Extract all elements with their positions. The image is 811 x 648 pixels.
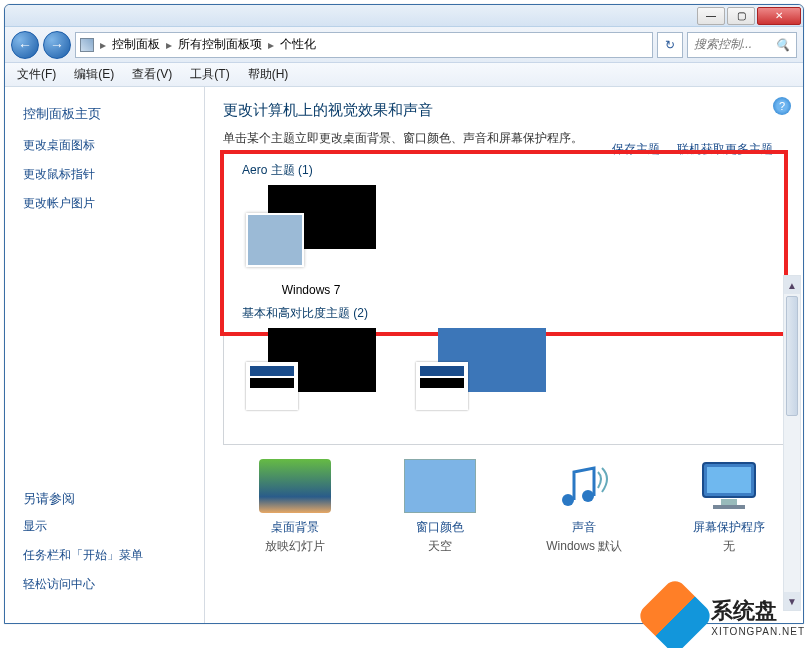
svg-point-1 [582,490,594,502]
control-panel-icon [80,38,94,52]
svg-rect-3 [707,467,751,493]
search-placeholder: 搜索控制... [694,36,752,53]
color-title: 窗口颜色 [392,519,489,536]
sound-title: 声音 [536,519,633,536]
screensaver-sub: 无 [723,539,735,553]
watermark-text: 系统盘 XITONGPAN.NET [711,596,805,637]
breadcrumb-sep: ▸ [166,38,172,52]
svg-point-0 [562,494,574,506]
minimize-button[interactable]: — [697,7,725,25]
color-sub: 天空 [428,539,452,553]
see-also-ease[interactable]: 轻松访问中心 [23,576,186,593]
window-preview [246,362,298,410]
sidebar-home[interactable]: 控制面板主页 [23,105,186,123]
menu-view[interactable]: 查看(V) [132,66,172,83]
theme-thumb [416,328,546,420]
sidebar-item-mouse-pointer[interactable]: 更改鼠标指针 [23,166,186,183]
refresh-button[interactable]: ↻ [657,32,683,58]
menu-bar: 文件(F) 编辑(E) 查看(V) 工具(T) 帮助(H) [5,63,803,87]
sidebar: 控制面板主页 更改桌面图标 更改鼠标指针 更改帐户图片 另请参阅 显示 任务栏和… [5,87,205,623]
maximize-button[interactable]: ▢ [727,7,755,25]
screensaver-link[interactable]: 屏幕保护程序 无 [681,459,778,555]
see-also-title: 另请参阅 [23,490,186,508]
themes-box: Aero 主题 (1) Windows 7 基本和高对比度主题 (2) [223,153,785,445]
wallpaper-title: 桌面背景 [247,519,344,536]
screensaver-title: 屏幕保护程序 [681,519,778,536]
desktop-background-link[interactable]: 桌面背景 放映幻灯片 [247,459,344,555]
body: 控制面板主页 更改桌面图标 更改鼠标指针 更改帐户图片 另请参阅 显示 任务栏和… [5,87,803,623]
menu-edit[interactable]: 编辑(E) [74,66,114,83]
watermark-url: XITONGPAN.NET [711,626,805,637]
forward-button[interactable]: → [43,31,71,59]
scroll-thumb[interactable] [786,296,798,416]
see-also-display[interactable]: 显示 [23,518,186,535]
theme-basic-1[interactable] [246,328,376,426]
bottom-settings: 桌面背景 放映幻灯片 窗口颜色 天空 声音 Windows 默认 [223,445,785,555]
menu-help[interactable]: 帮助(H) [248,66,289,83]
basic-theme-row [232,328,776,426]
sound-link[interactable]: 声音 Windows 默认 [536,459,633,555]
close-button[interactable]: ✕ [757,7,801,25]
search-icon: 🔍 [775,38,790,52]
menu-file[interactable]: 文件(F) [17,66,56,83]
breadcrumb[interactable]: 所有控制面板项 [178,36,262,53]
theme-label: Windows 7 [282,283,341,297]
address-bar[interactable]: ▸ 控制面板 ▸ 所有控制面板项 ▸ 个性化 [75,32,653,58]
svg-rect-4 [721,499,737,505]
wallpaper-icon [259,459,331,513]
breadcrumb[interactable]: 控制面板 [112,36,160,53]
window-preview [416,362,468,410]
theme-basic-2[interactable] [416,328,546,426]
sound-sub: Windows 默认 [546,539,622,553]
search-input[interactable]: 搜索控制... 🔍 [687,32,797,58]
sidebar-see-also: 另请参阅 显示 任务栏和「开始」菜单 轻松访问中心 [23,490,186,605]
menu-tools[interactable]: 工具(T) [190,66,229,83]
theme-windows7[interactable]: Windows 7 [246,185,376,297]
aero-theme-row: Windows 7 [232,185,776,297]
page-title: 更改计算机上的视觉效果和声音 [223,101,785,120]
theme-thumb [246,328,376,420]
breadcrumb[interactable]: 个性化 [280,36,316,53]
sidebar-item-account-picture[interactable]: 更改帐户图片 [23,195,186,212]
aero-group-title: Aero 主题 (1) [242,162,776,179]
see-also-taskbar[interactable]: 任务栏和「开始」菜单 [23,547,186,564]
svg-rect-5 [713,505,745,509]
watermark-logo-icon [636,576,715,648]
window-preview [246,213,304,267]
theme-thumb [246,185,376,277]
wallpaper-sub: 放映幻灯片 [265,539,325,553]
window-color-link[interactable]: 窗口颜色 天空 [392,459,489,555]
breadcrumb-sep: ▸ [268,38,274,52]
titlebar: — ▢ ✕ [5,5,803,27]
color-icon [404,459,476,513]
scroll-up-button[interactable]: ▲ [784,276,800,294]
sound-icon [548,459,620,513]
watermark: 系统盘 XITONGPAN.NET [647,588,805,644]
back-button[interactable]: ← [11,31,39,59]
navigation-bar: ← → ▸ 控制面板 ▸ 所有控制面板项 ▸ 个性化 ↻ 搜索控制... 🔍 [5,27,803,63]
content: 更改计算机上的视觉效果和声音 单击某个主题立即更改桌面背景、窗口颜色、声音和屏幕… [205,87,803,623]
screensaver-icon [693,459,765,513]
scrollbar[interactable]: ▲ ▼ [783,275,801,611]
personalization-window: — ▢ ✕ ← → ▸ 控制面板 ▸ 所有控制面板项 ▸ 个性化 ↻ 搜索控制.… [4,4,804,624]
sidebar-item-desktop-icons[interactable]: 更改桌面图标 [23,137,186,154]
basic-group-title: 基本和高对比度主题 (2) [242,305,776,322]
breadcrumb-sep: ▸ [100,38,106,52]
